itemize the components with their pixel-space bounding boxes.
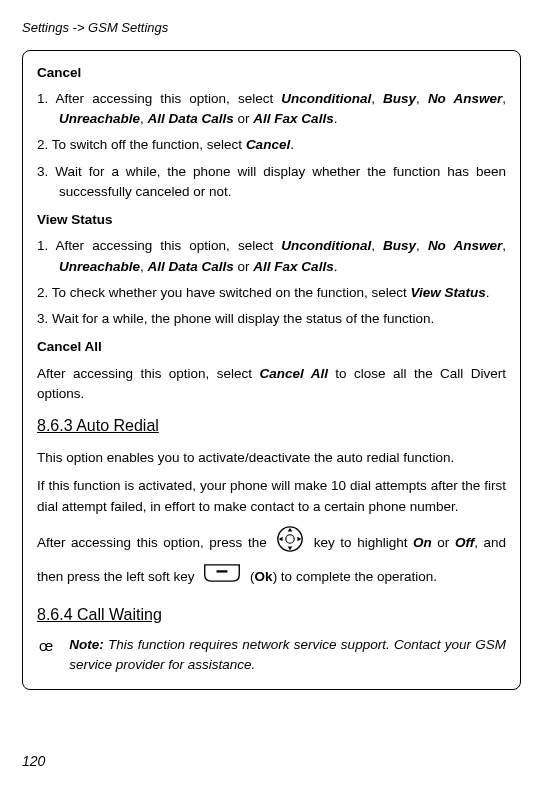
auto-redial-p2: If this function is activated, your phon…: [37, 476, 506, 517]
left-soft-key-icon: [202, 562, 242, 593]
list-item: 3. Wait for a while, the phone will disp…: [37, 309, 506, 329]
cancel-all-title: Cancel All: [37, 337, 506, 357]
view-status-steps: 1. After accessing this option, select U…: [37, 236, 506, 329]
cancel-all-text: After accessing this option, select Canc…: [37, 364, 506, 405]
auto-redial-p3: After accessing this option, press the k…: [37, 525, 506, 593]
svg-rect-2: [217, 570, 228, 572]
cancel-title: Cancel: [37, 63, 506, 83]
list-item: 1. After accessing this option, select U…: [37, 236, 506, 277]
content-box: Cancel 1. After accessing this option, s…: [22, 50, 521, 691]
call-waiting-note: œ Note: This function requires network s…: [37, 635, 506, 676]
note-marker-icon: œ: [39, 635, 53, 658]
auto-redial-p1: This option enables you to activate/deac…: [37, 448, 506, 468]
call-waiting-heading: 8.6.4 Call Waiting: [37, 603, 506, 627]
page-number: 120: [22, 751, 45, 772]
cancel-steps: 1. After accessing this option, select U…: [37, 89, 506, 202]
list-item: 1. After accessing this option, select U…: [37, 89, 506, 130]
svg-point-1: [286, 535, 294, 543]
list-item: 2. To switch off the function, select Ca…: [37, 135, 506, 155]
list-item: 3. Wait for a while, the phone will disp…: [37, 162, 506, 203]
view-status-title: View Status: [37, 210, 506, 230]
auto-redial-heading: 8.6.3 Auto Redial: [37, 414, 506, 438]
list-item: 2. To check whether you have switched on…: [37, 283, 506, 303]
navigation-key-icon: [276, 525, 304, 562]
breadcrumb: Settings -> GSM Settings: [22, 18, 521, 38]
